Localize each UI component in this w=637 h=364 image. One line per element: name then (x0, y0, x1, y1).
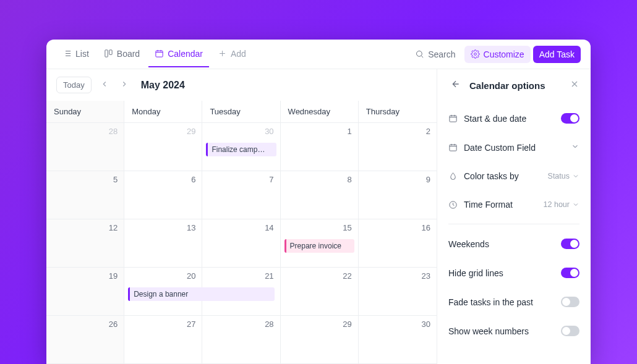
day-number: 12 (109, 223, 118, 232)
today-button[interactable]: Today (56, 77, 92, 93)
search-button[interactable]: Search (409, 46, 461, 63)
task-prepare-invoice[interactable]: Prepare invoice (284, 239, 354, 253)
day-cell[interactable]: 30 (359, 316, 437, 364)
day-cell[interactable]: 29 (281, 316, 359, 364)
toggle-start-due[interactable] (561, 113, 579, 124)
day-cell[interactable]: 9 (359, 171, 437, 219)
tab-add-label: Add (231, 49, 246, 59)
day-number: 20 (187, 271, 195, 281)
day-cell[interactable]: 27 (124, 316, 202, 364)
day-cell[interactable]: 13 (124, 219, 202, 268)
day-cell[interactable]: 14 (202, 219, 280, 268)
day-number: 5 (113, 175, 118, 184)
day-cell[interactable]: 8 (281, 171, 359, 219)
svg-point-4 (474, 53, 476, 56)
app-window: List Board Calendar Add Search Customize… (46, 40, 591, 364)
day-number: 14 (265, 223, 273, 232)
calendar-panel: Today May 2024 Sunday Monday Tuesday Wed… (46, 69, 437, 364)
calendar-grid: 28 29 30 Finalize camp… 1 2 5 6 7 8 9 12… (46, 123, 437, 364)
svg-rect-5 (450, 116, 456, 122)
toggle-fade-past[interactable] (561, 297, 579, 307)
weekday-sunday: Sunday (46, 101, 124, 123)
option-start-due-date[interactable]: Start & due date (448, 105, 579, 132)
day-cell[interactable]: 16 (359, 219, 437, 268)
option-fade-past[interactable]: Fade tasks in the past (448, 289, 579, 315)
toggle-weekends[interactable] (561, 239, 579, 249)
toggle-week-numbers[interactable] (561, 326, 579, 336)
plus-icon (218, 49, 227, 58)
close-sidebar-button[interactable] (570, 79, 579, 91)
day-cell[interactable]: 29 (124, 123, 202, 171)
day-cell[interactable]: 1 (281, 123, 359, 171)
tab-list-label: List (75, 49, 89, 59)
option-value: Status (548, 172, 579, 180)
day-number: 19 (109, 271, 118, 281)
option-value: 12 hour (544, 200, 579, 209)
day-cell[interactable]: 15 Prepare invoice (281, 219, 359, 268)
tab-calendar[interactable]: Calendar (148, 41, 209, 67)
option-date-custom-field[interactable]: Date Custom Field (448, 134, 579, 161)
date-nav-bar: Today May 2024 (46, 69, 437, 101)
day-number: 29 (187, 127, 195, 136)
option-label: Start & due date (464, 114, 555, 124)
option-color-tasks-by[interactable]: Color tasks by Status (448, 163, 579, 189)
day-number: 8 (348, 175, 352, 184)
day-number: 21 (265, 271, 273, 281)
day-cell[interactable]: 2 (359, 123, 437, 171)
day-number: 13 (187, 223, 195, 232)
tab-add-view[interactable]: Add (212, 41, 252, 67)
next-month-button[interactable] (118, 77, 131, 93)
day-number: 30 (265, 127, 273, 136)
back-arrow-button[interactable] (448, 77, 463, 94)
option-label: Show week numbers (448, 326, 555, 336)
add-task-button[interactable]: Add Task (533, 46, 581, 63)
day-number: 30 (422, 320, 430, 329)
search-label: Search (428, 49, 455, 59)
day-number: 26 (109, 320, 118, 329)
weekday-thursday: Thursday (359, 101, 437, 123)
day-number: 6 (191, 175, 195, 184)
svg-rect-6 (450, 145, 456, 151)
day-cell[interactable]: 19 (46, 268, 124, 316)
day-number: 7 (269, 175, 273, 184)
task-finalize-campaign[interactable]: Finalize camp… (206, 143, 276, 156)
day-cell[interactable]: 28 (202, 316, 280, 364)
option-label: Fade tasks in the past (448, 297, 555, 307)
tab-calendar-label: Calendar (168, 49, 203, 59)
day-cell[interactable]: 12 (46, 219, 124, 268)
day-number: 28 (109, 127, 118, 136)
day-number: 23 (422, 271, 430, 281)
task-design-banner[interactable]: Design a banner (128, 287, 274, 301)
day-cell[interactable]: 23 (359, 268, 437, 316)
chevron-down-icon (571, 142, 579, 153)
option-hide-grid-lines[interactable]: Hide grid lines (448, 260, 579, 286)
tab-list[interactable]: List (56, 41, 95, 67)
day-cell[interactable]: 26 (46, 316, 124, 364)
svg-rect-1 (109, 50, 112, 55)
sidebar-title: Calendar options (469, 80, 563, 91)
day-cell[interactable]: 28 (46, 123, 124, 171)
day-number: 27 (187, 320, 195, 329)
calendar-icon (155, 49, 164, 58)
tab-board[interactable]: Board (98, 41, 146, 67)
day-cell[interactable]: 30 Finalize camp… (202, 123, 280, 171)
day-cell[interactable]: 20 Design a banner (124, 268, 202, 316)
day-cell[interactable]: 7 (202, 171, 280, 219)
svg-rect-0 (105, 50, 108, 57)
option-time-format[interactable]: Time Format 12 hour (448, 192, 579, 218)
day-cell[interactable]: 6 (124, 171, 202, 219)
toggle-hide-grid[interactable] (561, 268, 579, 278)
customize-button[interactable]: Customize (464, 46, 531, 63)
svg-point-3 (417, 51, 422, 57)
prev-month-button[interactable] (98, 77, 111, 93)
day-number: 29 (343, 320, 351, 329)
today-label: Today (63, 80, 85, 90)
option-weekends[interactable]: Weekends (448, 231, 579, 257)
day-number: 15 (343, 223, 351, 232)
option-week-numbers[interactable]: Show week numbers (448, 318, 579, 344)
day-cell[interactable]: 5 (46, 171, 124, 219)
sidebar-header: Calendar options (448, 73, 579, 103)
drop-icon (448, 172, 458, 181)
day-cell[interactable]: 22 (281, 268, 359, 316)
settings-icon (471, 49, 480, 59)
